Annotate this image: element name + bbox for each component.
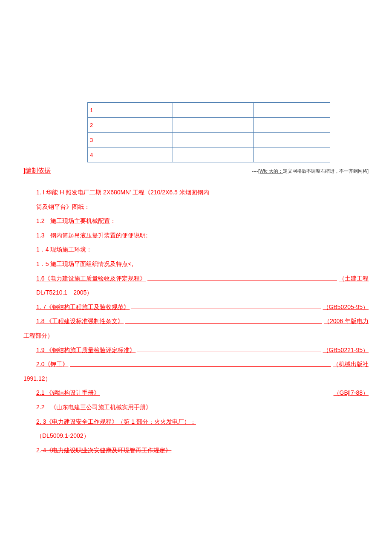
item-text: 工程部分） bbox=[23, 332, 53, 339]
item-text-right: （2006 年版电力 bbox=[324, 314, 369, 329]
item-text: （DL5009.1-2002） bbox=[36, 432, 89, 439]
cell bbox=[254, 133, 330, 147]
annotation-dashes: ---- bbox=[252, 168, 258, 173]
item-2-1: 2.1 《钢结构设计手册》 （GBjl7-88） bbox=[23, 386, 369, 400]
item-text-left: 1.6《电力建设施工质量验收及评定规程》 bbox=[36, 272, 146, 286]
item-text-right: （GB50205-95） bbox=[323, 300, 369, 315]
item-text-right: （GBjl7-88） bbox=[334, 386, 369, 400]
item-sub: 4 bbox=[41, 447, 46, 454]
content-body: 1. I 华能 H 照发电厂二期 2X680MN' 工程《210/2X6.5 米… bbox=[23, 185, 369, 457]
table-row: 2 bbox=[88, 118, 330, 133]
cell bbox=[254, 147, 330, 162]
underline-fill bbox=[131, 298, 321, 309]
item-text: 1.3 钢内筒起吊液压提升装置的使使说明; bbox=[36, 232, 147, 239]
item-text: 2. 3《电力建设安全工作规程》（第 1 部分：火火发电厂）： bbox=[36, 418, 196, 425]
cell bbox=[254, 118, 330, 133]
header-table: 1 2 3 4 bbox=[87, 102, 330, 162]
table-row: 1 bbox=[88, 103, 330, 118]
item-text: 筒及钢平台》图纸： bbox=[36, 203, 90, 210]
cell: 1 bbox=[88, 103, 173, 118]
item-text-right: （机械出版社 bbox=[333, 357, 369, 372]
cell: 3 bbox=[88, 133, 173, 147]
item-2-3-cont: （DL5009.1-2002） bbox=[23, 429, 369, 443]
item-text: 1991.12） bbox=[23, 375, 51, 382]
cell bbox=[173, 133, 254, 147]
cell bbox=[173, 103, 254, 118]
cell bbox=[173, 147, 254, 162]
item-1-3: 1.3 钢内筒起吊液压提升装置的使使说明; bbox=[23, 228, 369, 243]
item-2-2: 2.2 《山东电建三公司施工机械实用手册》 bbox=[23, 400, 369, 415]
item-text-left: 1. 7《钢结构工程施工及验收规范》 bbox=[36, 300, 130, 315]
item-2-4: 2. 4《电力建设职业次安健康及环境管再工作规定》 bbox=[23, 443, 369, 458]
section-heading-row: ]编制依据 ----[Wfc 大的：定义网格后不调整右缩进，不一齐到网格] bbox=[23, 167, 369, 175]
item-text-left: 2.0《钾工》 bbox=[36, 357, 68, 372]
item-text: 1. I 华能 H 照发电厂二期 2X680MN' 工程《210/2X6.5 米… bbox=[36, 189, 209, 196]
item-2-0: 2.0《钾工》 （机械出版社 bbox=[23, 357, 369, 372]
margin-annotation: ----[Wfc 大的：定义网格后不调整右缩进，不一齐到网格] bbox=[252, 168, 369, 174]
cell: 2 bbox=[88, 118, 173, 133]
annotation-trail: 定义网格后不调整右缩进，不一齐到网格] bbox=[283, 168, 369, 173]
underline-fill bbox=[137, 341, 321, 353]
item-1-6: 1.6《电力建设施工质量验收及评定规程》 （土建工程 bbox=[23, 272, 369, 286]
item-text: 2.2 《山东电建三公司施工机械实用手册》 bbox=[36, 404, 152, 410]
item-text-left: 1.8 《工程建设标准强制性条文》 bbox=[36, 314, 124, 329]
item-1-2: 1.2 施工现场主要机械配置： bbox=[23, 214, 369, 228]
underline-fill bbox=[101, 383, 331, 395]
cell bbox=[254, 103, 330, 118]
annotation-bracket: [Wfc 大的： bbox=[258, 168, 283, 173]
section-heading: ]编制依据 bbox=[23, 167, 51, 175]
item-text: 1．5 施工现场平面组织情况及特点<, bbox=[36, 260, 133, 267]
underline-fill bbox=[147, 269, 337, 281]
item-1-4: 1．4 现场施工环境： bbox=[23, 243, 369, 257]
item-text-right: （土建工程 bbox=[339, 272, 369, 286]
item-num: 2. bbox=[36, 447, 41, 454]
item-text: 1．4 现场施工环境： bbox=[36, 246, 92, 253]
item-text: 《电力建设职业次安健康及环境管再工作规定》 bbox=[46, 447, 171, 454]
item-2-3: 2. 3《电力建设安全工作规程》（第 1 部分：火火发电厂）： bbox=[23, 415, 369, 429]
underline-fill bbox=[125, 312, 322, 324]
item-1-8: 1.8 《工程建设标准强制性条文》 （2006 年版电力 bbox=[23, 314, 369, 329]
underline-fill bbox=[70, 355, 331, 367]
cell: 4 bbox=[88, 147, 173, 162]
item-text: 1.2 施工现场主要机械配置： bbox=[36, 217, 116, 224]
cell bbox=[173, 118, 254, 133]
item-1-1-cont: 筒及钢平台》图纸： bbox=[23, 200, 369, 214]
table-row: 3 bbox=[88, 133, 330, 147]
table-row: 4 bbox=[88, 147, 330, 162]
item-1-1: 1. I 华能 H 照发电厂二期 2X680MN' 工程《210/2X6.5 米… bbox=[23, 185, 369, 200]
item-text-left: 2.1 《钢结构设计手册》 bbox=[36, 386, 100, 400]
item-text: DL/T5210.1—2005） bbox=[36, 289, 92, 296]
